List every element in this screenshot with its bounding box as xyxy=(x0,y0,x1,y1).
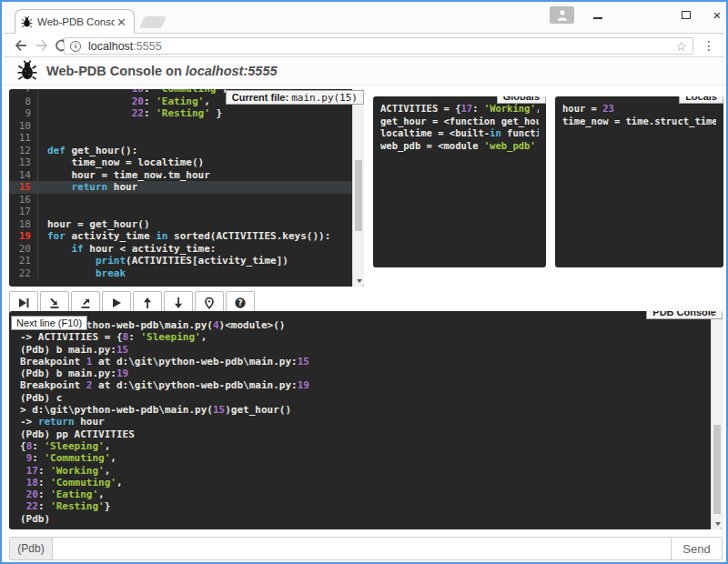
locals-tag: Locals xyxy=(679,96,723,104)
command-input-bar: (Pdb) Send xyxy=(9,537,723,560)
send-button[interactable]: Send xyxy=(672,537,723,560)
arrow-down-icon xyxy=(172,297,185,309)
console-lines: > d:\git\python-web-pdb\main.py(4)<modul… xyxy=(20,319,708,525)
code-line: 9: 'Commuting', xyxy=(20,452,708,464)
profile-button[interactable] xyxy=(550,6,574,24)
browser-window: Web-PDB Console on loc ✕ × i localhost:5… xyxy=(0,0,728,564)
code-line: 19for activity_time in sorted(ACTIVITIES… xyxy=(9,230,352,243)
scroll-thumb[interactable] xyxy=(355,160,362,231)
line-number[interactable]: 17 xyxy=(9,206,38,218)
arrow-up-icon xyxy=(141,297,154,309)
line-number[interactable]: 12 xyxy=(9,145,38,157)
browser-toolbar: i localhost:5555 ☆ ⋮ xyxy=(4,33,724,57)
code-line: 10 xyxy=(9,120,352,133)
minimize-button[interactable] xyxy=(584,5,612,24)
command-input[interactable] xyxy=(53,537,672,560)
locals-panel: Locals hour = 23time_now = time.struct_t… xyxy=(555,96,723,267)
code-line: Breakpoint 1 at d:\git\python-web-pdb\ma… xyxy=(20,356,708,368)
continue-icon xyxy=(110,297,123,309)
current-file-panel: Current file: main.py(15) 7 18: 'Commuti… xyxy=(9,89,364,287)
code-line: 14 hour = time_now.tm_hour xyxy=(9,169,352,182)
bookmark-star-icon[interactable]: ☆ xyxy=(675,40,687,53)
pdb-console-tag: PDB Console xyxy=(646,311,723,319)
code-line: 9 22: 'Resting' } xyxy=(9,107,352,120)
forward-icon[interactable] xyxy=(34,37,50,54)
code-line: > d:\git\python-web-pdb\main.py(4)<modul… xyxy=(20,319,708,331)
step-into-icon xyxy=(48,297,61,309)
console-vertical-scrollbar[interactable] xyxy=(711,311,723,529)
scroll-down-icon[interactable] xyxy=(353,275,364,287)
url-text: localhost:5555 xyxy=(88,40,162,53)
maximize-icon xyxy=(682,11,691,19)
address-bar[interactable]: i localhost:5555 ☆ xyxy=(64,37,693,55)
code-line: 18: 'Commuting', xyxy=(20,477,708,488)
code-line: (Pdb) b main.py:19 xyxy=(20,368,708,379)
line-number[interactable]: 16 xyxy=(9,194,38,206)
line-number[interactable]: 20 xyxy=(9,243,38,256)
scroll-thumb[interactable] xyxy=(713,425,721,514)
code-line: time_now = time.struct_time(tm_yea xyxy=(562,116,716,128)
step-out-icon xyxy=(79,297,92,309)
line-number[interactable]: 14 xyxy=(9,169,38,182)
tab-close-icon[interactable]: ✕ xyxy=(115,16,128,28)
line-number[interactable]: 11 xyxy=(9,132,38,145)
code-line: (Pdb) c xyxy=(20,392,708,404)
maximize-button[interactable] xyxy=(672,5,700,24)
back-icon[interactable] xyxy=(13,37,29,54)
code-lines: 7 18: 'Commuting',8 20: 'Eating',9 22: '… xyxy=(9,89,352,279)
code-line: 17 xyxy=(9,206,352,218)
tab-strip: Web-PDB Console on loc ✕ × xyxy=(4,4,724,33)
svg-text:?: ? xyxy=(238,298,242,307)
code-line: -> ACTIVITIES = {8: 'Sleeping', xyxy=(20,331,708,343)
tab-title: Web-PDB Console on loc xyxy=(37,16,115,27)
person-icon xyxy=(555,9,570,21)
browser-tab[interactable]: Web-PDB Console on loc ✕ xyxy=(15,9,135,34)
web-pdb-logo-bug-icon xyxy=(17,60,37,82)
page-info-icon[interactable]: i xyxy=(70,41,81,52)
code-line: 20 if hour < activity_time: xyxy=(9,243,352,256)
line-number[interactable]: 18 xyxy=(9,218,38,231)
help-icon: ? xyxy=(234,297,247,309)
code-line: 13 time_now = localtime() xyxy=(9,156,352,169)
close-icon: × xyxy=(713,8,722,22)
line-number[interactable]: 9 xyxy=(9,107,38,120)
browser-menu-icon[interactable]: ⋮ xyxy=(703,38,715,53)
current-file-tag: Current file: main.py(15) xyxy=(226,90,364,105)
line-number[interactable]: 13 xyxy=(9,156,38,169)
code-vertical-scrollbar[interactable] xyxy=(352,89,364,287)
globals-lines: ACTIVITIES = {17: 'Working', 18: 'get_ho… xyxy=(373,96,546,158)
next-line-icon xyxy=(17,297,30,309)
minimize-icon xyxy=(593,17,602,19)
new-tab-button[interactable] xyxy=(139,16,167,28)
code-line: 16 xyxy=(9,194,352,206)
page-title: Web-PDB Console on localhost:5555 xyxy=(46,64,278,78)
code-line: 15 return hour xyxy=(9,181,352,194)
globals-tag: Globals xyxy=(497,96,546,104)
code-line: 12def get_hour(): xyxy=(9,145,352,157)
line-number[interactable]: 10 xyxy=(9,120,38,133)
code-line: 18hour = get_hour() xyxy=(9,218,352,231)
breakpoint-pin-icon xyxy=(203,297,216,309)
code-line: get_hour = <function get_hour at 0 xyxy=(380,116,539,128)
close-button[interactable]: × xyxy=(703,5,728,24)
page-header: Web-PDB Console on localhost:5555 xyxy=(4,57,724,86)
code-line: ACTIVITIES = {17: 'Working', 18: ' xyxy=(380,103,539,116)
code-line: Breakpoint 2 at d:\git\python-web-pdb\ma… xyxy=(20,379,708,391)
bug-favicon-icon xyxy=(21,16,33,28)
line-number-breakpoint[interactable]: 19 xyxy=(9,230,38,243)
line-number-breakpoint[interactable]: 15 xyxy=(9,181,38,194)
line-number[interactable]: 21 xyxy=(9,255,38,267)
code-line: 17: 'Working', xyxy=(20,465,708,477)
code-line: 22 break xyxy=(9,267,352,280)
scroll-down-icon[interactable] xyxy=(712,518,723,529)
code-line: (Pdb) pp ACTIVITIES xyxy=(20,428,708,440)
line-number[interactable]: 8 xyxy=(9,96,38,108)
pdb-console-panel: PDB Console > d:\git\python-web-pdb\main… xyxy=(9,311,723,529)
code-line: > d:\git\python-web-pdb\main.py(15)get_h… xyxy=(20,404,708,416)
code-line: 21 print(ACTIVITIES[activity_time]) xyxy=(9,255,352,267)
code-line: -> return hour xyxy=(20,416,708,428)
code-line: localtime = <built-in function loc xyxy=(380,127,539,140)
line-number[interactable]: 22 xyxy=(9,267,38,280)
code-line: 11 xyxy=(9,132,352,145)
pdb-prompt-label: (Pdb) xyxy=(9,537,53,560)
